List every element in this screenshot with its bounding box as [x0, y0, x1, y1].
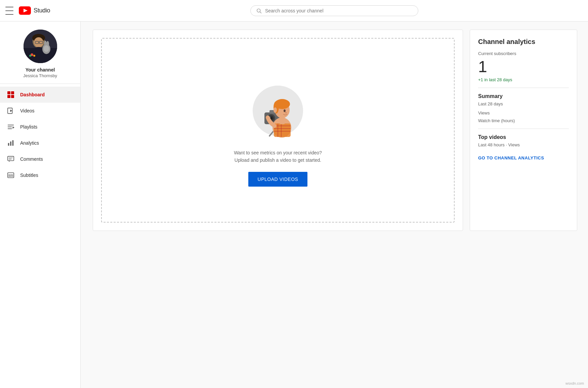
divider-1 — [478, 88, 569, 88]
svg-rect-34 — [8, 156, 14, 161]
sidebar-dashboard-label: Dashboard — [20, 92, 45, 97]
svg-point-20 — [29, 55, 31, 57]
search-box — [250, 5, 418, 16]
svg-point-68 — [285, 112, 287, 113]
svg-marker-26 — [10, 109, 12, 112]
svg-rect-21 — [7, 91, 10, 94]
main-content: Channel dashboard — [81, 0, 588, 367]
youtube-logo-icon — [19, 6, 31, 15]
video-upload-card: Want to see metrics on your recent video… — [93, 30, 463, 231]
svg-rect-22 — [11, 91, 14, 94]
sidebar-item-playlists[interactable]: Playlists — [0, 119, 80, 135]
svg-marker-30 — [13, 126, 15, 129]
upload-videos-button[interactable]: UPLOAD VIDEOS — [248, 172, 308, 187]
sidebar-playlists-label: Playlists — [20, 124, 37, 130]
watch-time-label: Watch time (hours) — [478, 118, 569, 123]
channel-name-label: Your channel — [26, 67, 55, 72]
svg-rect-24 — [11, 95, 14, 98]
comments-icon — [7, 155, 15, 163]
svg-line-3 — [260, 12, 261, 13]
sidebar-item-analytics[interactable]: Analytics — [0, 135, 80, 151]
channel-info: Your channel Jessica Thornsby — [0, 21, 80, 84]
sidebar: Your channel Jessica Thornsby Dashboard — [0, 21, 81, 367]
sidebar-analytics-label: Analytics — [20, 140, 39, 146]
sidebar-videos-label: Videos — [20, 108, 35, 113]
svg-point-19 — [33, 55, 35, 57]
top-videos-title: Top videos — [478, 134, 569, 140]
search-container — [86, 5, 583, 16]
subscribers-label: Current subscribers — [478, 51, 569, 56]
search-input[interactable] — [265, 8, 413, 13]
avatar — [24, 30, 57, 63]
sidebar-item-dashboard[interactable]: Dashboard — [0, 87, 80, 103]
search-icon — [256, 8, 262, 14]
header-left: Studio — [5, 6, 86, 15]
subtitles-icon — [7, 171, 15, 179]
video-upload-area: Want to see metrics on your recent video… — [101, 38, 455, 223]
channel-handle-label: Jessica Thornsby — [23, 73, 57, 78]
summary-period: Last 28 days — [478, 101, 569, 106]
dashboard-grid: Want to see metrics on your recent video… — [93, 30, 577, 231]
playlists-icon — [7, 123, 15, 131]
subscribers-count: 1 — [478, 57, 569, 76]
divider-2 — [478, 129, 569, 129]
sidebar-nav: Dashboard Videos — [0, 84, 80, 186]
go-to-analytics-link[interactable]: GO TO CHANNEL ANALYTICS — [478, 155, 544, 160]
subscribers-delta: +1 in last 28 days — [478, 77, 569, 82]
svg-point-67 — [284, 109, 286, 112]
svg-rect-23 — [7, 95, 10, 98]
svg-rect-32 — [10, 141, 11, 146]
hamburger-menu-button[interactable] — [5, 7, 13, 15]
sidebar-comments-label: Comments — [20, 156, 43, 162]
sidebar-item-comments[interactable]: Comments — [0, 151, 80, 167]
svg-rect-31 — [8, 143, 9, 146]
sidebar-item-subtitles[interactable]: Subtitles — [0, 167, 80, 183]
summary-title: Summary — [478, 93, 569, 99]
views-label: Views — [478, 110, 569, 115]
sidebar-subtitles-label: Subtitles — [20, 173, 38, 178]
upload-message: Want to see metrics on your recent video… — [234, 149, 322, 164]
sidebar-item-videos[interactable]: Videos — [0, 103, 80, 119]
analytics-icon — [7, 139, 15, 147]
app-header: Studio — [0, 0, 588, 21]
analytics-card: Channel analytics Current subscribers 1 … — [470, 30, 577, 231]
top-videos-period: Last 48 hours · Views — [478, 142, 569, 147]
svg-point-17 — [44, 45, 49, 52]
studio-wordmark: Studio — [34, 7, 50, 14]
video-upload-illustration — [244, 74, 311, 141]
dashboard-icon — [7, 91, 15, 99]
analytics-card-title: Channel analytics — [478, 38, 569, 46]
logo-area: Studio — [19, 6, 50, 15]
svg-point-69 — [274, 107, 277, 113]
videos-icon — [7, 107, 15, 115]
svg-rect-33 — [12, 140, 14, 146]
